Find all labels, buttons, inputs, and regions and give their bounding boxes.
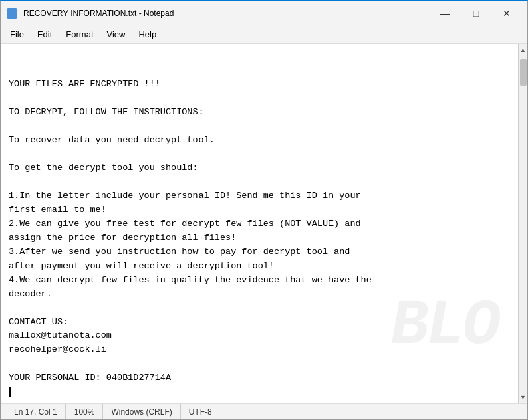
maximize-button[interactable]: □ xyxy=(460,1,491,25)
window-title: RECOVERY INFORMATION.txt - Notepad xyxy=(23,9,430,18)
cursor-position: Ln 17, Col 1 xyxy=(6,404,66,419)
status-bar: Ln 17, Col 1 100% Windows (CRLF) UTF-8 xyxy=(1,403,527,419)
menu-bar: File Edit Format View Help xyxy=(1,25,527,44)
window-controls: — □ ✕ xyxy=(430,1,522,25)
menu-help[interactable]: Help xyxy=(132,27,163,42)
menu-file[interactable]: File xyxy=(3,27,31,42)
title-bar: RECOVERY INFORMATION.txt - Notepad — □ ✕ xyxy=(1,1,527,25)
menu-view[interactable]: View xyxy=(100,27,132,42)
svg-rect-0 xyxy=(7,8,17,19)
scroll-up-button[interactable]: ▲ xyxy=(519,44,528,56)
svg-rect-1 xyxy=(9,10,15,11)
minimize-button[interactable]: — xyxy=(430,1,460,25)
text-block: YOUR FILES ARE ENCRYPTED !!! TO DECRYPT,… xyxy=(9,78,510,385)
scroll-track[interactable] xyxy=(519,56,527,391)
menu-edit[interactable]: Edit xyxy=(31,27,59,42)
svg-rect-4 xyxy=(9,16,12,17)
text-cursor xyxy=(9,387,11,397)
notepad-window: RECOVERY INFORMATION.txt - Notepad — □ ✕… xyxy=(0,0,528,420)
svg-rect-2 xyxy=(9,12,15,13)
line-ending: Windows (CRLF) xyxy=(103,404,180,419)
scroll-down-button[interactable]: ▼ xyxy=(519,391,528,403)
close-button[interactable]: ✕ xyxy=(491,1,522,25)
menu-format[interactable]: Format xyxy=(59,27,100,42)
scroll-thumb[interactable] xyxy=(520,59,527,86)
encoding: UTF-8 xyxy=(181,404,220,419)
svg-rect-3 xyxy=(9,14,13,15)
zoom-level: 100% xyxy=(66,404,104,419)
vertical-scrollbar[interactable]: ▲ ▼ xyxy=(518,44,527,403)
text-editor[interactable]: YOUR FILES ARE ENCRYPTED !!! TO DECRYPT,… xyxy=(1,44,518,403)
app-icon xyxy=(6,7,18,19)
content-area: YOUR FILES ARE ENCRYPTED !!! TO DECRYPT,… xyxy=(1,44,527,403)
